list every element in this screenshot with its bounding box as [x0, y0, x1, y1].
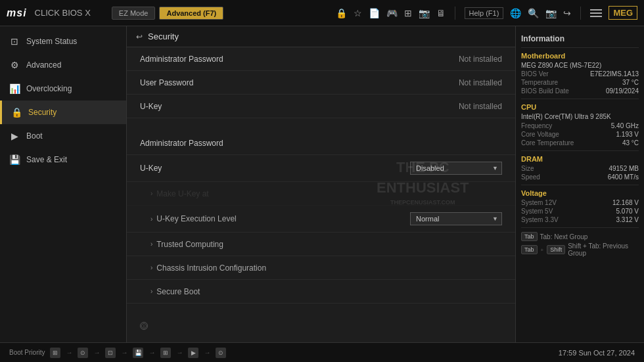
temp-label: Temperature [521, 79, 558, 86]
camera-icon[interactable]: 📷 [545, 8, 557, 18]
boot-separator-1: → [66, 349, 72, 356]
u-key-row-2[interactable]: U-Key Disabled Enabled [127, 155, 515, 182]
exit-icon[interactable]: ↪ [563, 8, 571, 18]
top-bar-left: msi CLICK BIOS X EZ Mode Advanced (F7) [7, 7, 223, 20]
execution-dropdown-wrapper: Normal Admin Only User Only [410, 212, 502, 225]
bios-ver-label: BIOS Ver [521, 70, 549, 78]
speed-label: Speed [521, 173, 540, 181]
temp-row: Temperature 37 °C [521, 79, 639, 86]
speed-value: 6400 MT/s [608, 173, 639, 181]
boot-icon-7[interactable]: ⊙ [216, 348, 226, 358]
tab-next-hint: Tab Tab: Next Group [521, 232, 639, 241]
motherboard-name: MEG Z890 ACE (MS-7E22) [521, 62, 639, 69]
u-key-dropdown-wrapper: Disabled Enabled [410, 162, 502, 175]
divider [455, 7, 455, 20]
sidebar-item-security[interactable]: 🔒 Security [0, 101, 126, 124]
overclocking-icon: 📊 [9, 83, 20, 94]
info-row: ⓘ [127, 317, 515, 335]
boot-icon-5[interactable]: ⊞ [160, 348, 171, 358]
info-divider-4 [521, 227, 639, 228]
boot-icon-2[interactable]: ⊙ [78, 348, 88, 358]
info-divider-1 [521, 99, 639, 99]
search-icon[interactable]: 🔍 [528, 8, 539, 18]
info-divider-0 [521, 47, 639, 48]
u-key-execution-label: U-Key Execution Level [156, 214, 410, 223]
core-volt-row: Core Voltage 1.193 V [521, 131, 639, 138]
boot-icon-1[interactable]: ⊞ [50, 348, 60, 358]
boot-icon: ▶ [9, 131, 20, 141]
top-bar: msi CLICK BIOS X EZ Mode Advanced (F7) 🔒… [0, 0, 644, 26]
info-divider-3 [521, 185, 639, 185]
boot-icon-6[interactable]: ▶ [188, 348, 198, 358]
info-icon: ⓘ [140, 322, 148, 330]
sidebar-label-system-status: System Status [26, 37, 77, 46]
language-icon[interactable]: 🌐 [510, 8, 521, 18]
security-icon: 🔒 [11, 107, 22, 118]
u-key-row[interactable]: U-Key Not installed [127, 95, 515, 118]
sys5v-label: System 5V [521, 208, 553, 215]
sidebar-label-advanced: Advanced [26, 60, 61, 70]
core-temp-value: 43 °C [622, 139, 639, 147]
speed-row: Speed 6400 MT/s [521, 173, 639, 181]
top-bar-right: 🔒 ☆ 📄 🎮 ⊞ 📷 🖥 Help (F1) 🌐 🔍 📷 ↪ MEG [336, 6, 637, 20]
save-icon[interactable]: 📄 [369, 8, 380, 18]
tab-next-label: Tab: Next Group [540, 233, 588, 240]
core-temp-label: Core Temperature [521, 139, 574, 147]
back-arrow-icon: ↩ [136, 32, 143, 41]
controller-icon[interactable]: 🎮 [386, 8, 398, 18]
sidebar-item-boot[interactable]: ▶ Boot [0, 124, 126, 148]
save-exit-icon: 💾 [9, 154, 20, 165]
secure-boot-row[interactable]: › Secure Boot [127, 280, 515, 304]
user-password-value: Not installed [459, 78, 502, 87]
sys12v-label: System 12V [521, 199, 557, 206]
sys33v-row: System 3.3V 3.312 V [521, 216, 639, 223]
voltage-section-title: Voltage [521, 189, 639, 197]
lock-icon[interactable]: 🔒 [336, 8, 347, 18]
core-temp-row: Core Temperature 43 °C [521, 139, 639, 147]
user-password-label: User Password [140, 78, 459, 87]
u-key-execution-row[interactable]: › U-Key Execution Level Normal Admin Onl… [127, 206, 515, 233]
make-u-key-label: Make U-Key at [156, 189, 208, 198]
admin-password-label-2: Administrator Password [140, 139, 502, 148]
sidebar-item-system-status[interactable]: ⊡ System Status [0, 30, 126, 53]
make-u-key-row: › Make U-Key at [127, 182, 515, 206]
admin-password-value: Not installed [459, 55, 502, 64]
main-layout: ⊡ System Status ⚙ Advanced 📊 Overclockin… [0, 26, 644, 342]
core-volt-label: Core Voltage [521, 131, 559, 138]
help-button[interactable]: Help (F1) [465, 7, 504, 19]
execution-dropdown[interactable]: Normal Admin Only User Only [410, 212, 502, 225]
user-password-row[interactable]: User Password Not installed [127, 71, 515, 95]
u-key-dropdown[interactable]: Disabled Enabled [410, 162, 502, 175]
sidebar-label-overclocking: Overclocking [26, 84, 72, 93]
sidebar-label-save-exit: Save & Exit [26, 155, 67, 164]
mode-switcher: EZ Mode Advanced (F7) [112, 7, 223, 20]
chassis-intrusion-row[interactable]: › Chassis Intrusion Configuration [127, 256, 515, 280]
u-key-label-2: U-Key [140, 164, 410, 173]
sidebar-label-security: Security [28, 108, 57, 117]
dram-section-title: DRAM [521, 155, 639, 163]
secure-boot-arrow: › [150, 288, 152, 295]
admin-password-row-2[interactable]: Administrator Password [127, 131, 515, 155]
display-icon[interactable]: 🖥 [436, 8, 446, 18]
admin-password-row[interactable]: Administrator Password Not installed [127, 47, 515, 71]
trusted-computing-row[interactable]: › Trusted Computing [127, 233, 515, 256]
boot-icon-4[interactable]: 💾 [133, 348, 143, 358]
tab-key-badge: Tab [521, 232, 538, 241]
advanced-mode-button[interactable]: Advanced (F7) [159, 7, 223, 20]
sidebar-item-save-exit[interactable]: 💾 Save & Exit [0, 148, 126, 171]
chassis-label: Chassis Intrusion Configuration [156, 263, 266, 273]
size-row: Size 49152 MB [521, 165, 639, 172]
screenshot-icon[interactable]: 📷 [419, 8, 430, 18]
boot-separator-3: → [121, 349, 127, 356]
sidebar-item-advanced[interactable]: ⚙ Advanced [0, 53, 126, 77]
sys33v-value: 3.312 V [616, 216, 639, 223]
favorite-icon[interactable]: ☆ [354, 8, 362, 18]
bios-title: CLICK BIOS X [35, 8, 91, 18]
hamburger-icon[interactable] [590, 9, 602, 17]
ez-mode-button[interactable]: EZ Mode [112, 7, 156, 20]
sidebar-item-overclocking[interactable]: 📊 Overclocking [0, 77, 126, 101]
section-title: Security [148, 32, 179, 41]
boot-icon-3[interactable]: ⊡ [105, 348, 116, 358]
grid-icon[interactable]: ⊞ [404, 8, 412, 18]
build-date-value: 09/19/2024 [606, 87, 639, 95]
